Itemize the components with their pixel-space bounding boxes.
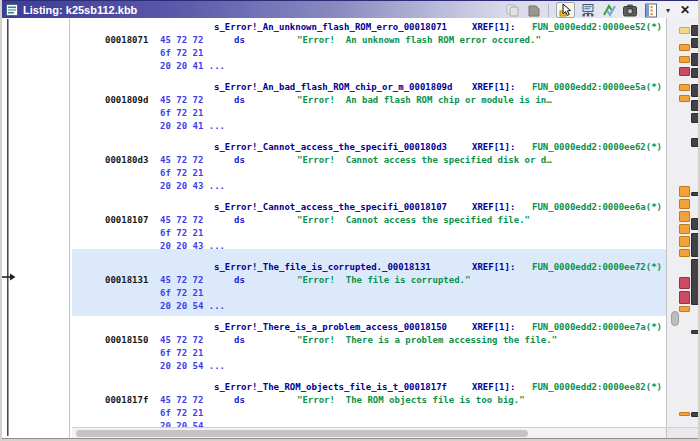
camera-snapshot-icon[interactable] bbox=[622, 3, 638, 18]
horizontal-scrollbar[interactable] bbox=[72, 427, 666, 438]
nav-marker[interactable] bbox=[679, 95, 690, 102]
mnemonic[interactable]: ds bbox=[234, 394, 245, 407]
listing-display-icon[interactable] bbox=[643, 3, 659, 18]
listing-entry[interactable]: s_Error!_An_unknown_flash_ROM_erro_00018… bbox=[72, 21, 666, 81]
nav-marker[interactable] bbox=[679, 224, 690, 234]
xref-count[interactable]: XREF[1]: bbox=[472, 21, 515, 34]
nav-marker[interactable] bbox=[691, 218, 700, 230]
close-icon[interactable]: ✕ bbox=[677, 3, 693, 18]
nav-marker[interactable] bbox=[691, 233, 700, 257]
xref-target[interactable]: FUN_0000edd2:0000ee72(*) bbox=[532, 261, 662, 274]
nav-marker[interactable] bbox=[691, 38, 700, 48]
cursor-select-button[interactable] bbox=[556, 2, 575, 18]
listing-entry[interactable]: s_Error!_There_is_a_problem_access_00018… bbox=[72, 321, 666, 381]
nav-marker[interactable] bbox=[679, 277, 690, 289]
listing-entry[interactable]: s_Error!_Cannot_access_the_specifi_00018… bbox=[72, 141, 666, 201]
string-operand[interactable]: "Error! The ROM objects file is too big.… bbox=[297, 394, 525, 407]
string-operand[interactable]: "Error! The file is corrupted." bbox=[297, 274, 470, 287]
nav-marker[interactable] bbox=[691, 113, 700, 123]
mnemonic[interactable]: ds bbox=[234, 274, 245, 287]
listing-entry[interactable]: s_Error!_The_file_is_corrupted._00018131… bbox=[72, 261, 666, 321]
nav-marker[interactable] bbox=[691, 100, 700, 111]
xref-count[interactable]: XREF[1]: bbox=[472, 381, 515, 394]
xref-count[interactable]: XREF[1]: bbox=[472, 261, 515, 274]
string-operand[interactable]: "Error! Cannot access the specified disk… bbox=[297, 154, 552, 167]
bytes[interactable]: 6f 72 21 bbox=[160, 167, 203, 180]
string-operand[interactable]: "Error! An bad flash ROM chip or module … bbox=[297, 94, 552, 107]
nav-marker[interactable] bbox=[679, 291, 690, 304]
symbol-label[interactable]: s_Error!_Cannot_access_the_specifi_00018… bbox=[214, 201, 447, 214]
nav-marker[interactable] bbox=[679, 67, 690, 76]
xref-target[interactable]: FUN_0000edd2:0000ee52(*) bbox=[532, 21, 662, 34]
symbol-label[interactable]: s_Error!_The_file_is_corrupted._00018131 bbox=[214, 261, 431, 274]
filled-page-icon[interactable] bbox=[525, 3, 541, 18]
duplicate-pages-icon[interactable] bbox=[504, 3, 520, 18]
bytes[interactable]: 20 20 54 ... bbox=[160, 300, 225, 313]
mnemonic[interactable]: ds bbox=[234, 334, 245, 347]
xref-target[interactable]: FUN_0000edd2:0000ee6a(*) bbox=[532, 201, 662, 214]
nav-marker[interactable] bbox=[679, 186, 690, 197]
symbol-label[interactable]: s_Error!_Cannot_access_the_specifi_00018… bbox=[214, 141, 447, 154]
symbol-label[interactable]: s_Error!_An_unknown_flash_ROM_erro_00018… bbox=[214, 21, 447, 34]
bytes[interactable]: 20 20 41 ... bbox=[160, 120, 225, 133]
bytes[interactable]: 20 20 41 ... bbox=[160, 60, 225, 73]
bytes[interactable]: 20 20 43 ... bbox=[160, 180, 225, 193]
nav-marker[interactable] bbox=[691, 192, 700, 196]
tree-monitor-icon[interactable] bbox=[580, 3, 596, 18]
bytes[interactable]: 6f 72 21 bbox=[160, 47, 203, 60]
string-operand[interactable]: "Error! Cannot access the specified file… bbox=[297, 214, 530, 227]
xref-count[interactable]: XREF[1]: bbox=[472, 141, 515, 154]
bytes[interactable]: 20 20 54 ... bbox=[160, 420, 225, 427]
symbol-label[interactable]: s_Error!_An_bad_flash_ROM_chip_or_m_0001… bbox=[214, 81, 452, 94]
bytes[interactable]: 6f 72 21 bbox=[160, 287, 203, 300]
diff-arrows-icon[interactable] bbox=[601, 3, 617, 18]
address[interactable]: 000180d3 bbox=[105, 154, 148, 167]
nav-marker[interactable] bbox=[679, 199, 690, 209]
xref-target[interactable]: FUN_0000edd2:0000ee82(*) bbox=[532, 381, 662, 394]
listing-entry[interactable]: s_Error!_The_ROM_objects_file_is_t_00018… bbox=[72, 381, 666, 427]
address[interactable]: 00018107 bbox=[105, 214, 148, 227]
marker-margin[interactable] bbox=[666, 18, 700, 427]
bytes[interactable]: 45 72 72 bbox=[160, 214, 203, 227]
bytes[interactable]: 6f 72 21 bbox=[160, 107, 203, 120]
symbol-label[interactable]: s_Error!_The_ROM_objects_file_is_t_00018… bbox=[214, 381, 447, 394]
nav-marker[interactable] bbox=[691, 259, 700, 305]
listing-entry[interactable]: s_Error!_Cannot_access_the_specifi_00018… bbox=[72, 201, 666, 261]
bytes[interactable]: 6f 72 21 bbox=[160, 347, 203, 360]
mnemonic[interactable]: ds bbox=[234, 94, 245, 107]
mnemonic[interactable]: ds bbox=[234, 154, 245, 167]
bytes[interactable]: 45 72 72 bbox=[160, 34, 203, 47]
nav-marker[interactable] bbox=[691, 138, 700, 147]
mnemonic[interactable]: ds bbox=[234, 214, 245, 227]
address[interactable]: 0001817f bbox=[105, 394, 148, 407]
listing-entry[interactable]: s_Error!_An_bad_flash_ROM_chip_or_m_0001… bbox=[72, 81, 666, 141]
string-operand[interactable]: "Error! There is a problem accessing the… bbox=[297, 334, 557, 347]
bytes[interactable]: 45 72 72 bbox=[160, 274, 203, 287]
xref-target[interactable]: FUN_0000edd2:0000ee5a(*) bbox=[532, 81, 662, 94]
titlebar[interactable]: Listing: k25sb112.kbb bbox=[2, 0, 698, 18]
xref-target[interactable]: FUN_0000edd2:0000ee7a(*) bbox=[532, 321, 662, 334]
horizontal-scrollbar-thumb[interactable] bbox=[76, 430, 528, 437]
bytes[interactable]: 45 72 72 bbox=[160, 94, 203, 107]
vertical-scrollbar-thumb[interactable] bbox=[671, 311, 679, 326]
nav-marker[interactable] bbox=[679, 27, 690, 34]
nav-marker[interactable] bbox=[691, 412, 700, 417]
nav-marker[interactable] bbox=[691, 84, 700, 97]
xref-count[interactable]: XREF[1]: bbox=[472, 201, 515, 214]
dropdown-arrow-icon[interactable]: ▾ bbox=[664, 3, 672, 18]
bytes[interactable]: 20 20 54 ... bbox=[160, 360, 225, 373]
nav-marker[interactable] bbox=[679, 306, 690, 312]
nav-marker[interactable] bbox=[679, 211, 690, 222]
bytes[interactable]: 45 72 72 bbox=[160, 334, 203, 347]
nav-marker[interactable] bbox=[691, 68, 700, 78]
nav-marker[interactable] bbox=[679, 44, 690, 51]
address[interactable]: 0001809d bbox=[105, 94, 148, 107]
xref-count[interactable]: XREF[1]: bbox=[472, 321, 515, 334]
nav-marker[interactable] bbox=[691, 53, 700, 66]
bytes[interactable]: 45 72 72 bbox=[160, 394, 203, 407]
address[interactable]: 00018071 bbox=[105, 34, 148, 47]
nav-marker[interactable] bbox=[691, 330, 700, 334]
nav-marker[interactable] bbox=[679, 56, 690, 63]
nav-marker[interactable] bbox=[691, 25, 700, 36]
address[interactable]: 00018131 bbox=[105, 274, 148, 287]
